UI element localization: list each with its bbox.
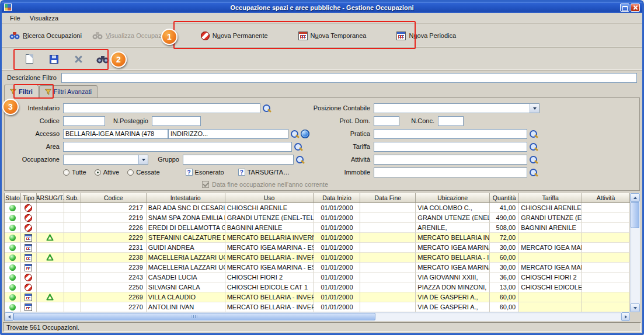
cell-data_inizio: 01/01/2000	[314, 282, 361, 292]
radio-attive-label: Attive	[103, 169, 120, 176]
status-active-icon	[9, 254, 16, 261]
cell-tipo	[21, 213, 37, 223]
vertical-scroll-thumb[interactable]	[631, 202, 639, 228]
column-header-sub[interactable]: Sub.	[64, 193, 81, 203]
column-header-codice[interactable]: Codice	[81, 193, 147, 203]
scroll-right-button[interactable]	[621, 312, 630, 321]
column-header-data_inizio[interactable]: Data Inizio	[314, 193, 360, 203]
cell-intestatario: MACELLERIA LAZZARI UGO & (	[147, 263, 225, 273]
scroll-up-button[interactable]	[630, 193, 640, 202]
horizontal-scroll-thumb[interactable]	[13, 313, 375, 320]
scroll-left-button[interactable]	[5, 312, 13, 321]
codice-input[interactable]	[63, 116, 105, 126]
tab-filtri-avanzati[interactable]: Filtri Avanzati	[39, 85, 98, 97]
attivita-input[interactable]	[374, 155, 527, 165]
menu-file[interactable]: File	[5, 14, 25, 22]
cell-intestatario: VILLA CLAUDIO	[147, 292, 225, 302]
cell-uso: MERCATO BELLARIA - INVERN	[225, 253, 314, 263]
column-header-tipo[interactable]: Tipo	[21, 193, 37, 203]
area-label: Area	[8, 143, 60, 150]
nuova-temporanea-label: Nuova Temporanea	[311, 32, 367, 39]
radio-cessate[interactable]: Cessate	[127, 169, 159, 176]
cell-tariffa: CHIOSCHI EDICOLE	[519, 282, 582, 292]
column-header-data_fine[interactable]: Data Fine	[360, 193, 416, 203]
column-header-quantita[interactable]: Quantità	[490, 193, 519, 203]
cell-codice: 2226	[81, 223, 147, 233]
search-icon[interactable]	[262, 104, 271, 113]
column-header-tariffa[interactable]: Tariffa	[519, 193, 582, 203]
occupazione-combo[interactable]	[63, 155, 148, 165]
save-filter-button[interactable]	[46, 51, 61, 67]
posizione-contabile-label: Posizione Contabile	[299, 104, 370, 111]
table-row[interactable]: 2217BAR ADA SNC DI CESARI ALVECHIOSCHI A…	[5, 203, 630, 213]
column-header-stato[interactable]: Stato	[5, 193, 21, 203]
immobile-input[interactable]	[374, 168, 527, 177]
gruppo-input[interactable]	[183, 155, 294, 165]
close-button[interactable]	[631, 4, 640, 12]
apply-filter-button[interactable]	[95, 51, 110, 67]
cell-tariffa: GRANDI UTENZE (ENEL	[519, 213, 582, 223]
nuova-temporanea-button[interactable]: Nuova Temporanea	[295, 30, 370, 42]
delete-filter-button[interactable]	[71, 51, 86, 67]
table-row[interactable]: 2250SILVAGNI CARLACHIOSCHI EDICOLE CAT 1…	[5, 282, 630, 292]
accesso-comune-input[interactable]	[63, 129, 168, 139]
search-icon[interactable]	[290, 130, 299, 138]
n-conc-input[interactable]	[438, 116, 464, 126]
table-row[interactable]: 2269VILLA CLAUDIOMERCATO BELLARIA - INVE…	[5, 292, 630, 302]
cell-ubicazione: PIAZZA DON MINZONI,	[416, 282, 490, 292]
vertical-scrollbar[interactable]	[630, 193, 640, 312]
prot-dom-input[interactable]	[374, 116, 399, 126]
nuova-periodica-button[interactable]: Nuova Periodica	[394, 30, 459, 42]
table-row[interactable]: 2231GUIDI ANDREAMERCATO IGEA MARINA - ES…	[5, 243, 630, 253]
cell-sub	[64, 233, 81, 243]
column-header-uso[interactable]: Uso	[225, 193, 314, 203]
table-row[interactable]: 2226EREDI DI DELLAMOTTA GIUSEFBAGNINI AR…	[5, 223, 630, 233]
accesso-indirizzo-input[interactable]	[168, 129, 288, 139]
table-row[interactable]: 2239MACELLERIA LAZZARI UGO & (MERCATO IG…	[5, 263, 630, 273]
binoculars-icon	[96, 55, 109, 64]
radio-tutte[interactable]: Tutte	[63, 169, 86, 176]
no-entry-icon	[25, 274, 32, 281]
pratica-input[interactable]	[374, 129, 527, 139]
column-header-tarsug[interactable]: TARSUG/T...	[37, 193, 64, 203]
cell-uso: MERCATO IGEA MARINA - EST	[225, 243, 314, 253]
cell-stato	[5, 273, 21, 282]
table-row[interactable]: 2219SNAM SPA ZONA EMILIA ROMGRANDI UTENZ…	[5, 213, 630, 223]
table-row[interactable]: 2229STEFANINI CALZATURE DI STEMERCATO BE…	[5, 233, 630, 243]
column-header-intestatario[interactable]: Intestatario	[147, 193, 225, 203]
scroll-down-button[interactable]	[630, 303, 640, 312]
tariffa-label: Tariffa	[299, 143, 370, 150]
horizontal-scrollbar[interactable]	[5, 312, 630, 321]
cell-codice: 2270	[81, 302, 147, 312]
table-row[interactable]: 2238MACELLERIA LAZZARI UGO & (MERCATO BE…	[5, 253, 630, 263]
ricerca-occupazioni-button[interactable]: Ricerca Occupazioni	[6, 30, 85, 41]
search-icon[interactable]	[529, 155, 538, 164]
cell-tarsug	[37, 253, 64, 263]
n-posteggio-input[interactable]	[152, 116, 201, 126]
esonerato-tristate-checkbox[interactable]: Esonerato	[186, 169, 224, 176]
cell-stato	[5, 253, 21, 263]
grid-header-row: StatoTipoTARSUG/T...Sub.CodiceIntestatar…	[5, 193, 630, 203]
area-input[interactable]	[63, 142, 292, 152]
cell-attivita	[582, 273, 630, 282]
tab-filtri[interactable]: Filtri	[4, 85, 39, 98]
column-header-ubicazione[interactable]: Ubicazione	[416, 193, 490, 203]
table-row[interactable]: 2270ANTOLINI IVANMERCATO BELLARIA - INVE…	[5, 302, 630, 312]
search-icon[interactable]	[529, 168, 538, 177]
restore-button[interactable]	[620, 4, 629, 12]
intestatario-input[interactable]	[63, 103, 260, 113]
tarsug-tristate-checkbox[interactable]: TARSUG/TA…	[238, 169, 290, 176]
status-active-icon	[9, 284, 16, 291]
nuova-permanente-button[interactable]: Nuova Permanente	[198, 30, 271, 42]
menu-visualizza[interactable]: Visualizza	[25, 14, 63, 22]
tariffa-input[interactable]	[374, 142, 527, 152]
search-icon[interactable]	[529, 130, 538, 138]
search-icon[interactable]	[529, 142, 538, 151]
column-header-attivita[interactable]: Attività	[582, 193, 630, 203]
table-row[interactable]: 2243CASADEI LUCIACHIOSCHI FIORI 201/01/2…	[5, 273, 630, 282]
new-filter-button[interactable]	[22, 51, 37, 67]
posizione-contabile-combo[interactable]	[374, 103, 539, 113]
radio-attive[interactable]: Attive	[95, 169, 120, 176]
descrizione-filtro-input[interactable]	[61, 73, 637, 83]
cell-intestatario: EREDI DI DELLAMOTTA GIUSEF	[147, 223, 225, 233]
